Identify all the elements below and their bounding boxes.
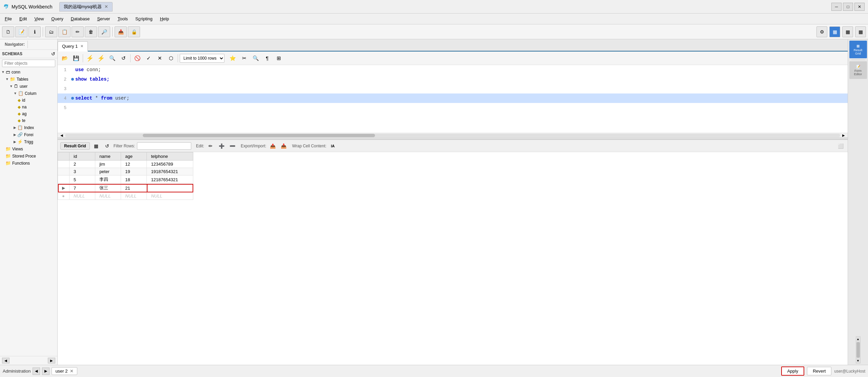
tree-col-name[interactable]: ◆ na bbox=[0, 104, 57, 110]
hscroll-left[interactable]: ◀ bbox=[58, 133, 65, 137]
hscroll-thumb[interactable] bbox=[143, 134, 375, 137]
toolbar-create-table[interactable]: 📋 bbox=[58, 26, 71, 37]
sidebar-scroll-left[interactable]: ◀ bbox=[2, 358, 9, 363]
result-refresh-btn[interactable]: ↺ bbox=[103, 142, 112, 150]
tree-functions[interactable]: 📁 Functions bbox=[0, 160, 57, 167]
hscroll-right[interactable]: ▶ bbox=[840, 133, 847, 137]
import-btn[interactable]: 📥 bbox=[279, 142, 288, 150]
table-row[interactable]: 3 peter 19 19187654321 bbox=[58, 168, 193, 175]
toolbar-query-db[interactable]: 🔎 bbox=[98, 26, 110, 37]
menu-edit[interactable]: Edit bbox=[16, 15, 30, 23]
toolbar-settings[interactable]: ⚙ bbox=[816, 26, 827, 37]
cell-age[interactable]: 18 bbox=[121, 175, 147, 184]
query-stop[interactable]: ↺ bbox=[118, 54, 129, 63]
table-row[interactable]: 5 李四 18 12187654321 bbox=[58, 175, 193, 184]
toolbar-backup[interactable]: 🔒 bbox=[128, 26, 140, 37]
table-add-row[interactable]: ● NULL NULL NULL NULL bbox=[58, 192, 193, 200]
menu-scripting[interactable]: Scripting bbox=[132, 15, 156, 23]
cell-null-tel[interactable]: NULL bbox=[147, 192, 193, 200]
data-table-container[interactable]: id name age telphone 2 jim bbox=[58, 152, 848, 365]
tree-fk[interactable]: ▶ 🔗 Forei bbox=[0, 131, 57, 138]
status-nav-right[interactable]: ▶ bbox=[42, 368, 50, 375]
cell-telphone[interactable]: 123456789 bbox=[147, 161, 193, 168]
result-grid-panel-btn[interactable]: ▦ ResultGrid bbox=[849, 41, 867, 58]
right-panel-vscroll[interactable]: ▲ ▼ bbox=[856, 336, 861, 363]
cell-name[interactable]: jim bbox=[95, 161, 121, 168]
revert-button[interactable]: Revert bbox=[807, 367, 831, 375]
tree-conn[interactable]: ▼ 🗃 conn bbox=[0, 68, 57, 76]
tree-tables[interactable]: ▼ 📁 Tables bbox=[0, 76, 57, 83]
vscroll-thumb[interactable] bbox=[856, 342, 860, 358]
sidebar-scroll-right[interactable]: ▶ bbox=[48, 358, 55, 363]
cell-age-selected[interactable]: 21 bbox=[121, 184, 147, 192]
query-open[interactable]: 📂 bbox=[60, 54, 70, 63]
line-code-4[interactable]: select * from user; bbox=[75, 96, 848, 101]
menu-tools[interactable]: Tools bbox=[114, 15, 131, 23]
query-save[interactable]: 💾 bbox=[71, 54, 81, 63]
toolbar-info[interactable]: ℹ bbox=[28, 26, 41, 37]
query-grid[interactable]: ⊞ bbox=[274, 54, 284, 63]
table-row[interactable]: 2 jim 12 123456789 bbox=[58, 161, 193, 168]
query-para[interactable]: ¶ bbox=[262, 54, 272, 63]
export-btn[interactable]: 📤 bbox=[268, 142, 277, 150]
query-explain[interactable]: 🔍 bbox=[107, 54, 117, 63]
vscroll-down[interactable]: ▼ bbox=[856, 358, 860, 363]
tree-user-table[interactable]: ▼ 🗒 user bbox=[0, 83, 57, 90]
form-editor-panel-btn[interactable]: 📝 FormEditor bbox=[849, 61, 867, 79]
user2-tab[interactable]: user 2 ✕ bbox=[52, 367, 77, 375]
tree-col-id[interactable]: ◆ id bbox=[0, 97, 57, 104]
table-row-selected[interactable]: ▶ 7 张三 21 987654321 bbox=[58, 184, 193, 192]
editor-hscroll[interactable]: ◀ ▶ bbox=[58, 133, 848, 138]
results-expand-btn[interactable]: ⬜ bbox=[836, 142, 845, 150]
wrap-btn[interactable]: IA bbox=[329, 142, 337, 150]
cell-telphone-selected[interactable]: 987654321 bbox=[147, 184, 193, 192]
cell-telphone[interactable]: 19187654321 bbox=[147, 168, 193, 175]
edit-plus-btn[interactable]: ➕ bbox=[217, 142, 226, 150]
menu-server[interactable]: Server bbox=[94, 15, 113, 23]
menu-query[interactable]: Query bbox=[48, 15, 66, 23]
line-code-2[interactable]: show tables; bbox=[75, 77, 848, 82]
menu-file[interactable]: File bbox=[1, 15, 15, 23]
cell-id[interactable]: 2 bbox=[70, 161, 95, 168]
query-commit[interactable]: ✓ bbox=[143, 54, 154, 63]
maximize-button[interactable]: □ bbox=[843, 3, 853, 11]
query-find[interactable]: 🔍 bbox=[251, 54, 261, 63]
connection-tab-close[interactable]: ✕ bbox=[104, 4, 108, 9]
line-code-1[interactable]: use conn; bbox=[75, 67, 848, 72]
edit-minus-btn[interactable]: ➖ bbox=[228, 142, 237, 150]
toolbar-import[interactable]: 📥 bbox=[115, 26, 127, 37]
cell-name[interactable]: peter bbox=[95, 168, 121, 175]
toolbar-drop-table[interactable]: 🗑 bbox=[85, 26, 97, 37]
minimize-button[interactable]: ─ bbox=[831, 3, 842, 11]
cell-telphone[interactable]: 12187654321 bbox=[147, 175, 193, 184]
toolbar-new-query[interactable]: 📝 bbox=[15, 26, 27, 37]
edit-pencil-btn[interactable]: ✏ bbox=[206, 142, 215, 150]
tree-views[interactable]: 📁 Views bbox=[0, 145, 57, 152]
hscroll-track[interactable] bbox=[65, 134, 840, 137]
th-telphone[interactable]: telphone bbox=[147, 152, 193, 161]
cell-id-selected[interactable]: 7 bbox=[70, 184, 95, 192]
cell-id[interactable]: 3 bbox=[70, 168, 95, 175]
cell-age[interactable]: 12 bbox=[121, 161, 147, 168]
toolbar-alter-table[interactable]: ✏ bbox=[72, 26, 84, 37]
user2-tab-close[interactable]: ✕ bbox=[70, 369, 74, 374]
query-execute-current[interactable]: ⚡ bbox=[96, 54, 106, 63]
cell-name[interactable]: 李四 bbox=[95, 175, 121, 184]
query1-tab-close[interactable]: ✕ bbox=[80, 44, 83, 48]
tree-indexes[interactable]: ▶ 📋 Index bbox=[0, 124, 57, 131]
query-toggle-results[interactable]: 🚫 bbox=[132, 54, 142, 63]
result-grid-icon[interactable]: ▦ bbox=[92, 142, 101, 150]
menu-database[interactable]: Database bbox=[67, 15, 93, 23]
th-age[interactable]: age bbox=[121, 152, 147, 161]
vscroll-up[interactable]: ▲ bbox=[856, 337, 860, 341]
toolbar-view1[interactable]: ▦ bbox=[829, 26, 840, 37]
close-button[interactable]: ✕ bbox=[854, 3, 865, 11]
th-id[interactable]: id bbox=[70, 152, 95, 161]
cell-name-selected[interactable]: 张三 bbox=[95, 184, 121, 192]
tree-stored-procs[interactable]: 📁 Stored Proce bbox=[0, 152, 57, 160]
query-cut[interactable]: ✂ bbox=[239, 54, 249, 63]
cell-age[interactable]: 19 bbox=[121, 168, 147, 175]
apply-button[interactable]: Apply bbox=[781, 366, 805, 376]
cell-null-name[interactable]: NULL bbox=[95, 192, 121, 200]
schemas-refresh-icon[interactable]: ↺ bbox=[51, 51, 55, 57]
